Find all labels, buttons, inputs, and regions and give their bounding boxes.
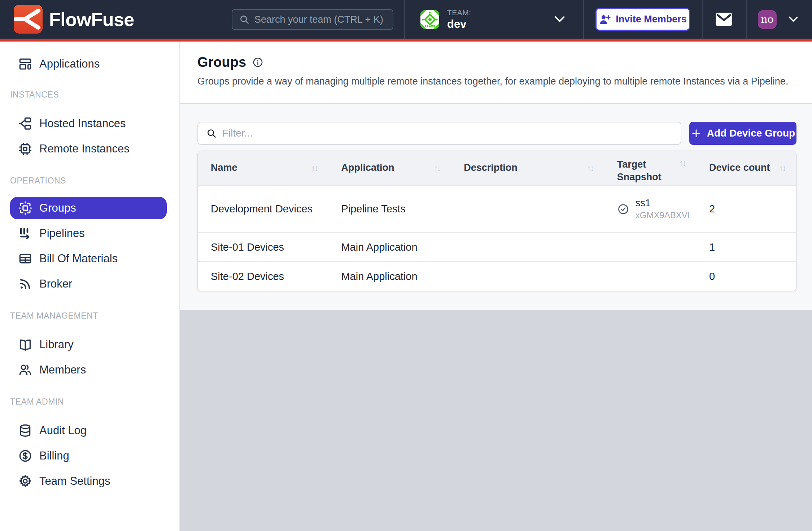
- cell-target-snapshot: ss1 xGMX9ABXVl: [604, 186, 696, 232]
- sidebar-item-label: Hosted Instances: [39, 117, 126, 130]
- cpu-chip-icon: [18, 142, 32, 156]
- pipeline-arrow-icon: [18, 226, 32, 241]
- chevron-down-icon: [554, 16, 565, 23]
- sidebar-section-operations: OPERATIONS: [0, 176, 179, 185]
- sidebar-item-label: Members: [39, 363, 86, 376]
- sidebar-section-team-management: TEAM MANAGEMENT: [0, 311, 179, 320]
- sort-icon[interactable]: [587, 163, 593, 173]
- team-label: TEAM:: [447, 8, 471, 17]
- add-device-group-label: Add Device Group: [707, 128, 795, 139]
- database-icon: [18, 423, 32, 438]
- column-header-target-snapshot[interactable]: Target Snapshot: [604, 151, 696, 185]
- sidebar-item-label: Audit Log: [39, 424, 87, 437]
- sidebar-item-pipelines[interactable]: Pipelines: [0, 221, 179, 246]
- sidebar-section-team-admin: TEAM ADMIN: [0, 397, 179, 406]
- gear-icon: [18, 474, 32, 488]
- sort-icon[interactable]: [311, 163, 317, 173]
- sidebar-item-members[interactable]: Members: [0, 357, 179, 383]
- branch-fork-icon: [18, 116, 32, 131]
- cell-description: [451, 233, 604, 261]
- cell-target-snapshot: [604, 262, 696, 291]
- sidebar-item-team-settings[interactable]: Team Settings: [0, 469, 179, 494]
- navbar-divider: [583, 0, 584, 39]
- add-device-group-button[interactable]: Add Device Group: [689, 122, 796, 145]
- sidebar-item-label: Bill Of Materials: [39, 252, 118, 265]
- sidebar-item-groups[interactable]: Groups: [10, 197, 167, 219]
- main-content: Groups Groups provide a way of managing …: [180, 42, 812, 531]
- invite-members-button[interactable]: Invite Members: [595, 8, 690, 31]
- sidebar-item-remote-instances[interactable]: Remote Instances: [0, 136, 179, 161]
- flowfuse-logo-icon: [14, 5, 43, 34]
- column-header-application[interactable]: Application: [328, 151, 451, 185]
- user-menu[interactable]: no: [758, 0, 812, 39]
- sidebar-section-instances: INSTANCES: [0, 90, 179, 99]
- currency-dollar-icon: [18, 449, 32, 463]
- cell-description: [451, 262, 604, 291]
- cell-name: Site-02 Devices: [198, 262, 328, 291]
- info-icon[interactable]: [252, 57, 263, 68]
- invite-members-label: Invite Members: [616, 14, 687, 25]
- cell-application: Main Application: [328, 233, 451, 261]
- column-header-description[interactable]: Description: [451, 151, 604, 185]
- cell-device-count: 1: [696, 233, 796, 261]
- sort-icon[interactable]: [779, 163, 785, 173]
- top-navbar: FlowFuse: [0, 0, 812, 39]
- sort-icon[interactable]: [434, 163, 440, 173]
- page-header: Groups Groups provide a way of managing …: [180, 42, 812, 104]
- sidebar-item-bill-of-materials[interactable]: Bill Of Materials: [0, 246, 179, 271]
- sidebar-item-audit-log[interactable]: Audit Log: [0, 418, 179, 443]
- sort-icon[interactable]: [679, 158, 685, 168]
- chip-group-icon: [18, 201, 32, 215]
- sidebar-item-broker[interactable]: Broker: [0, 271, 179, 297]
- sidebar-item-label: Remote Instances: [39, 142, 130, 155]
- sidebar-item-applications[interactable]: Applications: [0, 52, 179, 75]
- brand-name: FlowFuse: [49, 0, 134, 39]
- team-search-input[interactable]: [254, 14, 386, 25]
- book-open-icon: [18, 337, 32, 352]
- table-header-row: Name Application Description Target Snap…: [198, 151, 796, 186]
- check-circle-icon: [617, 203, 629, 215]
- sidebar-item-hosted-instances[interactable]: Hosted Instances: [0, 111, 179, 136]
- navbar-divider: [702, 0, 703, 39]
- column-header-name[interactable]: Name: [198, 151, 328, 185]
- sidebar-item-library[interactable]: Library: [0, 332, 179, 357]
- column-header-device-count[interactable]: Device count: [696, 151, 796, 185]
- snapshot-name: ss1: [636, 198, 689, 209]
- table-row[interactable]: Site-02 Devices Main Application 0: [198, 262, 796, 291]
- sidebar-nav: Applications INSTANCES Hosted Instances: [0, 42, 180, 531]
- sidebar-item-label: Groups: [39, 202, 76, 215]
- cell-application: Pipeline Tests: [328, 186, 451, 232]
- table-row[interactable]: Site-01 Devices Main Application 1: [198, 233, 796, 262]
- user-plus-icon: [599, 13, 611, 26]
- envelope-icon: [715, 12, 733, 27]
- sidebar-item-label: Library: [39, 338, 74, 351]
- team-search-box[interactable]: [232, 9, 393, 30]
- cell-application: Main Application: [328, 262, 451, 291]
- filter-input[interactable]: [222, 128, 673, 139]
- notifications-mail-button[interactable]: [714, 12, 734, 27]
- rss-icon: [18, 277, 32, 291]
- user-avatar: no: [758, 10, 777, 29]
- team-avatar: [420, 10, 439, 29]
- sidebar-item-billing[interactable]: Billing: [0, 443, 179, 469]
- table-row[interactable]: Development Devices Pipeline Tests ss1: [198, 186, 796, 233]
- cell-device-count: 0: [696, 262, 796, 291]
- plus-icon: [691, 128, 702, 139]
- sidebar-item-label: Billing: [39, 449, 69, 462]
- navbar-divider: [746, 0, 747, 39]
- chevron-down-icon: [788, 16, 798, 22]
- rectangle-group-icon: [18, 57, 32, 71]
- team-switcher[interactable]: TEAM: dev: [405, 0, 583, 39]
- search-icon: [239, 14, 250, 25]
- sidebar-item-label: Team Settings: [39, 475, 110, 488]
- page-title: Groups: [197, 55, 246, 70]
- team-name: dev: [447, 18, 471, 30]
- filter-box[interactable]: [197, 122, 681, 145]
- cell-description: [451, 186, 604, 232]
- cell-name: Development Devices: [198, 186, 328, 232]
- device-groups-table: Name Application Description Target Snap…: [197, 151, 796, 291]
- snapshot-id: xGMX9ABXVl: [636, 210, 689, 220]
- groups-panel: Add Device Group Name Application Descri…: [180, 104, 812, 310]
- page-description: Groups provide a way of managing multipl…: [197, 76, 795, 87]
- sidebar-item-label: Broker: [39, 277, 72, 290]
